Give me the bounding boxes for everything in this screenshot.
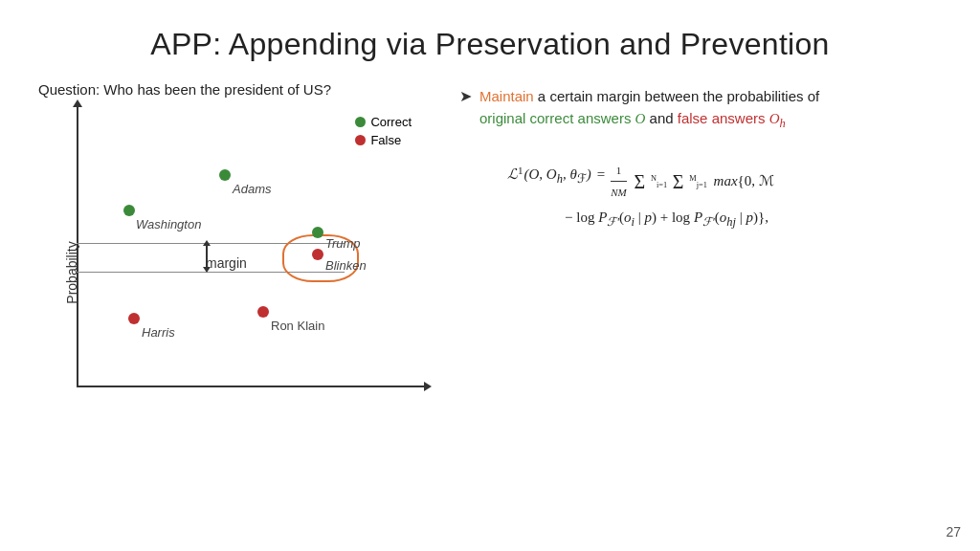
text-and: and (645, 110, 677, 126)
formula-sum1-limits: Ni=1 (651, 176, 667, 187)
dot-trump (312, 227, 323, 238)
text-false-answers: false answers (678, 110, 769, 126)
formula-max: max{0, ℳ (714, 173, 774, 188)
chart-container: Probability (48, 105, 431, 440)
formula-equals: = (597, 161, 605, 188)
formula-p2: P (694, 209, 702, 225)
label-trump: Trump (325, 236, 361, 251)
formula-lhs-args: (O, Oh, θℱ) (524, 161, 591, 191)
slide: APP: Appending via Preservation and Prev… (0, 0, 980, 551)
dot-harris (128, 313, 140, 324)
dot-adams (219, 169, 231, 181)
formula-row: ℒ1 (O, Oh, θℱ) = 1 NM Σ Ni=1 Σ Mj=1 (507, 161, 951, 203)
legend-false-label: False (370, 133, 401, 147)
page-number: 27 (946, 524, 961, 540)
y-axis-line (77, 105, 78, 387)
formula-block: ℒ1 (O, Oh, θℱ) = 1 NM Σ Ni=1 Σ Mj=1 (507, 161, 951, 232)
x-axis-line (77, 386, 426, 387)
formula-sum2-limits: Mj=1 (689, 176, 707, 187)
formula-lhs: ℒ (507, 161, 518, 188)
chart-axes: margin Washington Adams Harris (77, 105, 431, 392)
legend: Correct False (355, 115, 412, 147)
margin-vertical-line (206, 246, 208, 267)
question-text: Question: Who has been the president of … (38, 81, 440, 98)
bullet-arrow-icon: ➤ (459, 87, 472, 105)
bullet-point-1: ➤ Maintain a certain margin between the … (459, 86, 951, 132)
left-panel: Question: Who has been the president of … (29, 81, 440, 537)
formula-sum1: Σ (635, 171, 646, 192)
legend-correct-dot (355, 117, 366, 127)
formula-container: ℒ1 (O, Oh, θℱ) = 1 NM Σ Ni=1 Σ Mj=1 (479, 161, 951, 232)
text-Oh: Oh (769, 111, 786, 126)
bullet-text: Maintain a certain margin between the pr… (479, 86, 819, 132)
label-ronklain: Ron Klain (271, 319, 324, 333)
dot-blinken (312, 249, 323, 260)
x-axis-arrow-icon (424, 382, 432, 391)
content-area: Question: Who has been the president of … (0, 81, 980, 537)
legend-false: False (355, 133, 412, 147)
text-O: O (635, 111, 646, 126)
formula-lhs-sub: 1 (518, 161, 523, 181)
formula-rhs: 1 NM Σ Ni=1 Σ Mj=1 max{0, ℳ (611, 161, 774, 203)
dot-washington (123, 205, 135, 216)
margin-indicator: margin (167, 240, 247, 271)
label-blinken: Blinken (325, 258, 367, 273)
formula-p1: P (598, 209, 607, 225)
label-harris: Harris (142, 325, 175, 340)
y-axis-arrow-icon (73, 99, 82, 107)
margin-label: margin (206, 255, 247, 271)
label-washington: Washington (136, 217, 201, 231)
slide-title: APP: Appending via Preservation and Prev… (0, 0, 980, 72)
formula-second-line: − log Pℱ'(oi | p) + log Pℱ'(ohj | p)}, (565, 205, 951, 233)
margin-arrow-down-icon (203, 267, 211, 273)
legend-false-dot (355, 135, 366, 145)
text-margin-intro: a certain margin between the probabiliti… (534, 88, 820, 104)
legend-correct: Correct (355, 115, 412, 129)
formula-p1-sub: ℱ' (607, 215, 619, 229)
formula-p2-sub: ℱ' (702, 215, 715, 229)
text-original: original correct answers (479, 110, 635, 126)
right-panel: ➤ Maintain a certain margin between the … (440, 81, 951, 537)
formula-sum2: Σ (673, 171, 684, 192)
label-adams: Adams (233, 182, 271, 196)
text-maintain: Maintain (479, 88, 534, 104)
dot-ronklain (257, 306, 269, 318)
legend-correct-label: Correct (370, 115, 412, 129)
